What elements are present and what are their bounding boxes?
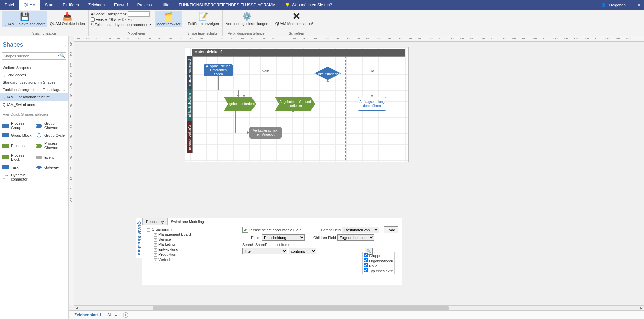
org-tree[interactable]: −Organigramm +Management Board+Service+M… bbox=[142, 225, 240, 285]
tree-expand-icon[interactable]: + bbox=[154, 248, 157, 252]
close-modeler-button[interactable]: 🗙 QUAM Modeler schließen bbox=[274, 11, 319, 27]
lane-header-1[interactable]: Einkaufsabteilung bbox=[187, 89, 192, 121]
type-filter-item[interactable]: Gruppe bbox=[364, 253, 393, 258]
field-select[interactable]: Entscheidung bbox=[262, 234, 305, 241]
type-filter-item[interactable]: Typ eines externen bbox=[364, 268, 393, 273]
tree-node[interactable]: +Marketing bbox=[144, 242, 238, 247]
tab-flowchart-tools[interactable]: FUNKTIONSÜBERGREIFENDES FLUSSDIAGRAMM bbox=[174, 0, 280, 10]
tree-expand-icon[interactable]: + bbox=[154, 238, 157, 242]
load-button[interactable]: Load bbox=[384, 226, 398, 233]
quam-structure-vtab[interactable]: QUAM Structure bbox=[136, 218, 142, 258]
chevron-node-2[interactable]: Angebote prüfen und sortieren bbox=[275, 97, 315, 111]
search-icon[interactable]: 🔍 bbox=[60, 53, 65, 58]
tab-hilfe[interactable]: Hilfe bbox=[156, 0, 174, 10]
type-filter-check[interactable] bbox=[364, 268, 368, 272]
stencil-shape[interactable]: Gateway bbox=[35, 164, 67, 171]
modellbrowser-button[interactable]: 🗂️ Modellbrowser bbox=[155, 11, 182, 27]
tree-expand-icon[interactable]: + bbox=[154, 258, 157, 262]
scroll-thumb[interactable] bbox=[153, 306, 449, 310]
stencil-category[interactable]: Weitere Shapes bbox=[0, 64, 68, 71]
page-tab-1[interactable]: Zeichenblatt-1 bbox=[74, 313, 101, 317]
stencil-shape[interactable]: Group Block bbox=[1, 132, 34, 139]
refresh-icon[interactable]: ⟳ bbox=[242, 227, 248, 233]
type-filter-item[interactable]: Rolle bbox=[364, 263, 393, 268]
type-filter-item[interactable]: Organisationseinhe bbox=[364, 258, 393, 263]
shape-data-window-check[interactable] bbox=[91, 17, 95, 22]
tab-swimlane-modeling[interactable]: SwimLane Modeling bbox=[167, 218, 208, 225]
gear-icon: ⚙️ bbox=[242, 11, 252, 22]
tree-node[interactable]: +Management Board bbox=[144, 232, 238, 237]
stencil-shape[interactable]: Task bbox=[1, 164, 34, 171]
grey-node[interactable]: Verkäufer schickt ein Angebot bbox=[249, 127, 282, 139]
tree-node[interactable]: +Vertrieb bbox=[144, 257, 238, 262]
collapse-panel-button[interactable]: ‹ bbox=[64, 43, 66, 48]
quam-save-button[interactable]: 💾 QUAM Objekte speichern bbox=[2, 11, 47, 27]
lane-header-2[interactable]: Externer Verkäufer bbox=[187, 121, 192, 153]
stencil-category[interactable]: Quick-Shapes bbox=[0, 71, 68, 79]
tab-start[interactable]: Start bbox=[40, 0, 58, 10]
stencil-shape[interactable]: Group Cycle bbox=[35, 132, 67, 139]
shape-transp-input[interactable] bbox=[128, 11, 150, 17]
ruler-tick: 140 bbox=[355, 37, 360, 40]
type-filter-check[interactable] bbox=[364, 253, 368, 257]
stencil-category[interactable]: Funktionsübergreifende Flussdiagramm-Sha… bbox=[0, 86, 68, 93]
tab-quam[interactable]: QUAM bbox=[19, 0, 40, 10]
tab-entwurf[interactable]: Entwurf bbox=[109, 0, 133, 10]
tab-repository[interactable]: Repository bbox=[142, 218, 168, 225]
shape-icon bbox=[36, 133, 42, 138]
ruler-vertical: 1401301201101009080706050403020100-10 bbox=[69, 42, 74, 305]
tree-node[interactable]: +Entwicklung bbox=[144, 247, 238, 252]
share-button[interactable]: Freigeben bbox=[609, 3, 626, 7]
stencil-shape[interactable]: Dynamic connector bbox=[1, 172, 34, 183]
chevron-node-1[interactable]: Angebote anfordern bbox=[224, 97, 256, 111]
stencil-shape[interactable]: Process Block bbox=[1, 152, 34, 163]
output-node[interactable]: Auftragserteilung durchführen bbox=[358, 97, 386, 111]
stencil-shape[interactable]: Event bbox=[35, 152, 67, 163]
shapes-search-input[interactable] bbox=[2, 52, 66, 60]
tab-zeichnen[interactable]: Zeichnen bbox=[84, 0, 109, 10]
editform-button[interactable]: 📝 EditForm anzeigen bbox=[186, 11, 220, 27]
lane-header-0[interactable]: Management Board bbox=[187, 56, 192, 89]
search-dropdown-icon[interactable]: ▾ bbox=[58, 54, 60, 57]
stencil-shape[interactable]: Process Group bbox=[1, 120, 34, 131]
tab-prozess[interactable]: Prozess bbox=[133, 0, 156, 10]
tree-node[interactable]: +Service bbox=[144, 237, 238, 242]
gateway-node[interactable]: Einkaufsfreigabe bbox=[319, 65, 336, 82]
stencil-shape[interactable]: Process bbox=[1, 140, 34, 151]
stencil-category[interactable]: QUAM_OperationalStructure bbox=[0, 93, 68, 101]
children-field-select[interactable]: Zugeordnet sind bbox=[337, 234, 374, 241]
close-button[interactable]: ✕ bbox=[638, 3, 641, 7]
save-icon: 💾 bbox=[19, 12, 30, 22]
horizontal-scrollbar[interactable]: ◄ ► bbox=[74, 305, 644, 310]
stencil-shape[interactable]: Process Chevron bbox=[35, 140, 67, 151]
tab-einfuegen[interactable]: Einfügen bbox=[58, 0, 83, 10]
parent-field-select[interactable]: Bestandteil von bbox=[342, 227, 379, 233]
page-tab-all[interactable]: Alle ▴ bbox=[107, 313, 117, 317]
add-page-button[interactable]: + bbox=[123, 312, 128, 318]
stencil-category[interactable]: Standardflussdiagramm-Shapes bbox=[0, 79, 68, 86]
tree-expand-icon[interactable]: + bbox=[154, 253, 157, 257]
connection-settings-button[interactable]: ⚙️ Verbindungseinstellungen bbox=[225, 11, 270, 27]
relayout-icon: ⇆ bbox=[91, 22, 94, 27]
scroll-left-button[interactable]: ◄ bbox=[74, 306, 79, 310]
scroll-right-button[interactable]: ► bbox=[639, 306, 644, 310]
task-node[interactable]: Aufgabe: Neuen Lieferanten finden bbox=[204, 64, 233, 76]
ruler-tick: 150 bbox=[366, 37, 370, 40]
diagram-title[interactable]: Materialeinkauf bbox=[192, 49, 405, 56]
ruler-tick: 230 bbox=[449, 37, 453, 40]
stencil-category[interactable]: QUAM_SwimLanes bbox=[0, 101, 68, 108]
tell-me[interactable]: Was möchten Sie tun? bbox=[280, 0, 337, 10]
search-results-box[interactable] bbox=[240, 252, 340, 278]
quam-load-button[interactable]: 📥 QUAM Objekte laden bbox=[49, 11, 86, 27]
tree-collapse-icon[interactable]: − bbox=[147, 228, 150, 232]
tree-root[interactable]: Organigramm bbox=[152, 227, 174, 231]
tree-expand-icon[interactable]: + bbox=[154, 243, 157, 247]
tab-datei[interactable]: Datei bbox=[0, 0, 19, 10]
stencil-shape[interactable]: Group Chevron bbox=[35, 120, 67, 131]
tree-node[interactable]: +Produktion bbox=[144, 252, 238, 257]
tree-expand-icon[interactable]: + bbox=[154, 233, 157, 237]
type-filter-check[interactable] bbox=[364, 263, 368, 267]
drawing-page[interactable]: Materialeinkauf Management Board Einkauf… bbox=[185, 47, 408, 162]
type-filter-check[interactable] bbox=[364, 258, 368, 262]
relayout-button[interactable]: Zeichenblattlayout neu anordnen bbox=[95, 23, 148, 27]
